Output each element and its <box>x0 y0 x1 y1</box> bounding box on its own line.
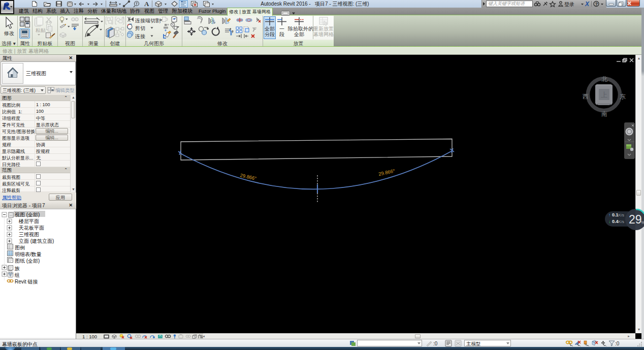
svg-text:修改: 修改 <box>4 30 14 36</box>
svg-text:29.866°: 29.866° <box>240 172 257 181</box>
svg-text:%: % <box>641 220 644 225</box>
svg-text::0: :0 <box>615 341 620 346</box>
svg-text:?: ? <box>595 2 598 7</box>
svg-text:上: 上 <box>601 91 607 99</box>
svg-text:29: 29 <box>629 213 642 226</box>
svg-text:粘贴: 粘贴 <box>36 27 46 33</box>
svg-text:登录: 登录 <box>564 2 574 7</box>
svg-text:A: A <box>144 0 149 8</box>
svg-text:南: 南 <box>601 110 607 117</box>
svg-text:北: 北 <box>601 76 607 83</box>
svg-text:西: 西 <box>583 93 589 100</box>
svg-text::0: :0 <box>433 341 438 346</box>
svg-text:29.866°: 29.866° <box>378 168 396 177</box>
svg-text:X: X <box>585 1 590 8</box>
svg-text:东: 东 <box>620 93 626 100</box>
